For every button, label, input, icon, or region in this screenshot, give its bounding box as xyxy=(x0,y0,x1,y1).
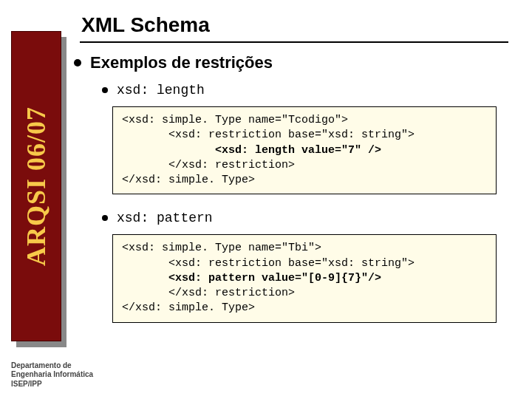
code-line: </xsd: simple. Type> xyxy=(122,174,255,186)
code-box-2: <xsd: simple. Type name="Tbi"> <xsd: res… xyxy=(112,234,497,322)
code-line: <xsd: simple. Type name="Tcodigo"> xyxy=(122,114,348,126)
main-heading: Exemplos de restrições xyxy=(90,53,273,72)
footer-line: ISEP/IPP xyxy=(11,380,93,389)
code-line-bold: <xsd: pattern value="[0-9]{7}"/> xyxy=(122,272,381,284)
title-rule xyxy=(80,41,508,43)
heading-row: Exemplos de restrições xyxy=(74,53,510,72)
code-line: </xsd: restriction> xyxy=(122,159,295,171)
code-box-1: <xsd: simple. Type name="Tcodigo"> <xsd:… xyxy=(112,106,497,194)
bullet-icon xyxy=(102,87,108,93)
code-line: </xsd: restriction> xyxy=(122,287,295,299)
content-area: Exemplos de restrições xsd: length <xsd:… xyxy=(74,53,510,330)
item1-row: xsd: length xyxy=(102,83,510,98)
sidebar-label: ARQSI 06/07 xyxy=(21,106,52,266)
item1-label: xsd: length xyxy=(117,83,205,98)
footer: Departamento de Engenharia Informática I… xyxy=(11,361,93,389)
bullet-icon xyxy=(74,59,81,66)
sidebar: ARQSI 06/07 xyxy=(11,31,61,341)
code-line: <xsd: restriction base="xsd: string"> xyxy=(122,257,415,270)
footer-line: Engenharia Informática xyxy=(11,370,93,380)
code-line: <xsd: simple. Type name="Tbi"> xyxy=(122,242,321,254)
bullet-icon xyxy=(102,215,108,221)
item2-row: xsd: pattern xyxy=(102,211,510,225)
footer-line: Departamento de xyxy=(11,361,93,371)
code-line: </xsd: simple. Type> xyxy=(122,301,255,314)
code-line: <xsd: restriction base="xsd: string"> xyxy=(122,129,415,141)
code-line-bold: <xsd: length value="7" /> xyxy=(122,144,381,157)
page-title: XML Schema xyxy=(81,13,210,37)
item2-label: xsd: pattern xyxy=(117,211,213,225)
